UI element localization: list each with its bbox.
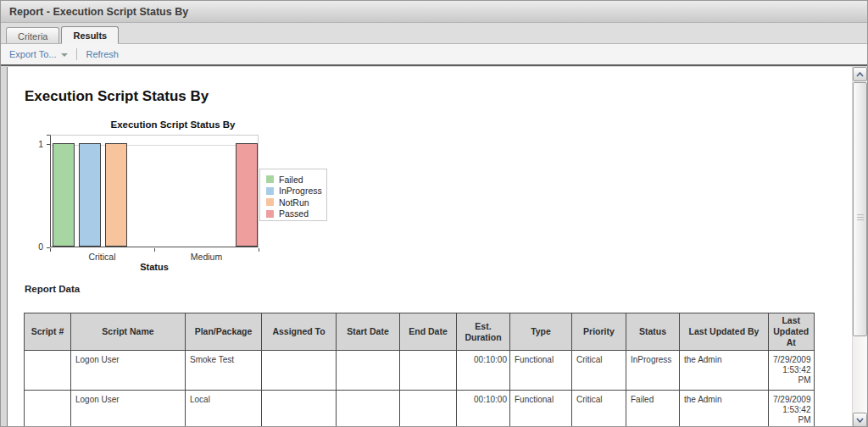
chevron-up-icon: [856, 72, 864, 77]
legend-item: InProgress: [266, 186, 323, 197]
bar-passed-medium: [236, 143, 258, 247]
report-data-label: Report Data: [25, 284, 80, 294]
table-cell: Logon User: [71, 351, 186, 391]
chevron-down-icon: [856, 418, 864, 423]
legend-label: InProgress: [279, 186, 322, 196]
table-cell: [262, 391, 337, 427]
content-area: Execution Script Status By Execution Scr…: [1, 66, 868, 427]
report-window: Report - Execution Script Status By Crit…: [0, 0, 868, 427]
table-cell: InProgress: [626, 351, 680, 391]
legend-label: Passed: [279, 208, 309, 219]
table-cell: Functional: [510, 351, 572, 391]
table-row: Logon UserSmoke Test00:10:00FunctionalCr…: [25, 351, 815, 391]
page-title: Execution Script Status By: [25, 88, 209, 105]
legend-swatch-icon: [266, 210, 274, 218]
legend-label: NotRun: [279, 197, 309, 208]
table-cell: Logon User: [71, 391, 186, 427]
legend-swatch-icon: [266, 175, 274, 183]
refresh-button[interactable]: Refresh: [86, 49, 119, 59]
table-cell: [337, 391, 400, 427]
table-cell: [262, 351, 337, 391]
tab-results[interactable]: Results: [61, 26, 119, 44]
chart-x-labels: CriticalMedium: [50, 252, 259, 262]
column-header: Type: [510, 313, 572, 351]
toolbar-separator: [76, 48, 77, 60]
table-cell: 00:10:00: [457, 351, 510, 391]
chart-legend: FailedInProgressNotRunPassed: [259, 169, 327, 221]
bar-inprogress-critical: [79, 143, 101, 247]
table-cell: the Admin: [680, 391, 769, 427]
column-header: Priority: [572, 313, 626, 351]
window-title: Report - Execution Script Status By: [9, 6, 188, 18]
legend-label: Failed: [279, 175, 303, 185]
scroll-up-button[interactable]: [853, 67, 867, 81]
column-header: Script #: [25, 313, 71, 351]
x-tick-label: Critical: [50, 252, 154, 262]
scrollbar-thumb[interactable]: [853, 82, 867, 336]
table-cell: Failed: [626, 391, 680, 427]
chart-plot: [50, 135, 259, 247]
column-header: Last Updated At: [769, 313, 815, 351]
column-header: Start Date: [337, 313, 400, 351]
column-header: Status: [626, 313, 680, 351]
y-axis-tick-label: 1: [23, 139, 43, 149]
table-cell: Critical: [572, 351, 626, 391]
table-cell: Critical: [572, 391, 626, 427]
report-data-table: Script #Script NamePlan/PackageAssigned …: [24, 313, 815, 427]
report-panel: Execution Script Status By Execution Scr…: [7, 67, 852, 427]
table-cell: [400, 391, 457, 427]
x-tick-label: Medium: [154, 252, 259, 262]
column-header: Assigned To: [262, 313, 337, 351]
column-header: End Date: [400, 313, 457, 351]
chart-title: Execution Script Status By: [88, 119, 258, 130]
y-axis-tick-label: 0: [23, 241, 43, 252]
table-cell: Smoke Test: [186, 351, 262, 391]
table-cell: 00:10:00: [457, 391, 510, 427]
scroll-down-button[interactable]: [853, 413, 867, 427]
export-to-button[interactable]: Export To...: [9, 49, 68, 59]
table-cell: [25, 391, 71, 427]
table-cell: Functional: [510, 391, 572, 427]
legend-item: Passed: [266, 208, 323, 220]
table-cell: the Admin: [680, 351, 769, 391]
tab-strip: Criteria Results: [1, 23, 867, 44]
vertical-scrollbar[interactable]: [853, 67, 867, 427]
legend-swatch-icon: [266, 187, 274, 195]
table-cell: [25, 351, 71, 391]
legend-swatch-icon: [266, 198, 274, 206]
column-header: Script Name: [71, 313, 186, 351]
legend-item: Failed: [266, 174, 323, 186]
table-cell: [337, 351, 400, 391]
table-cell: [400, 351, 457, 391]
titlebar: Report - Execution Script Status By: [1, 1, 867, 23]
legend-item: NotRun: [266, 197, 323, 208]
tab-criteria[interactable]: Criteria: [6, 27, 59, 43]
table-cell: Local: [186, 391, 262, 427]
export-to-label: Export To...: [9, 49, 56, 59]
column-header: Est. Duration: [457, 313, 510, 351]
bar-failed-critical: [53, 143, 75, 247]
table-row: Logon UserLocal00:10:00FunctionalCritica…: [25, 391, 815, 427]
x-axis-title: Status: [112, 262, 197, 272]
table-cell: 7/29/2009 1:53:42 PM: [769, 351, 815, 391]
bar-notrun-critical: [105, 143, 127, 247]
table-header-row: Script #Script NamePlan/PackageAssigned …: [25, 313, 815, 351]
toolbar: Export To... Refresh: [1, 44, 867, 66]
column-header: Plan/Package: [186, 313, 262, 351]
table-body: Logon UserSmoke Test00:10:00FunctionalCr…: [25, 351, 815, 427]
scrollbar-grip-icon: [857, 214, 864, 221]
x-axis-tick: [259, 248, 259, 252]
chevron-down-icon[interactable]: [61, 53, 68, 57]
column-header: Last Updated By: [680, 313, 769, 351]
table-cell: 7/29/2009 1:53:42 PM: [769, 391, 815, 427]
